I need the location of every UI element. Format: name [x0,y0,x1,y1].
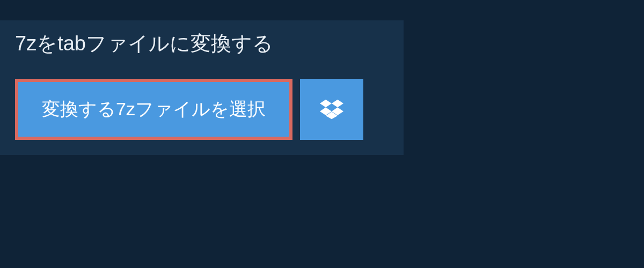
select-file-button[interactable]: 変換する7zファイルを選択 [18,82,289,137]
select-file-highlight: 変換する7zファイルを選択 [15,79,292,140]
button-row: 変換する7zファイルを選択 [0,69,404,155]
page-title: 7zをtabファイルに変換する [0,20,288,69]
converter-panel: 7zをtabファイルに変換する 変換する7zファイルを選択 [0,20,404,155]
dropbox-button[interactable] [300,79,363,140]
dropbox-icon [320,98,343,121]
